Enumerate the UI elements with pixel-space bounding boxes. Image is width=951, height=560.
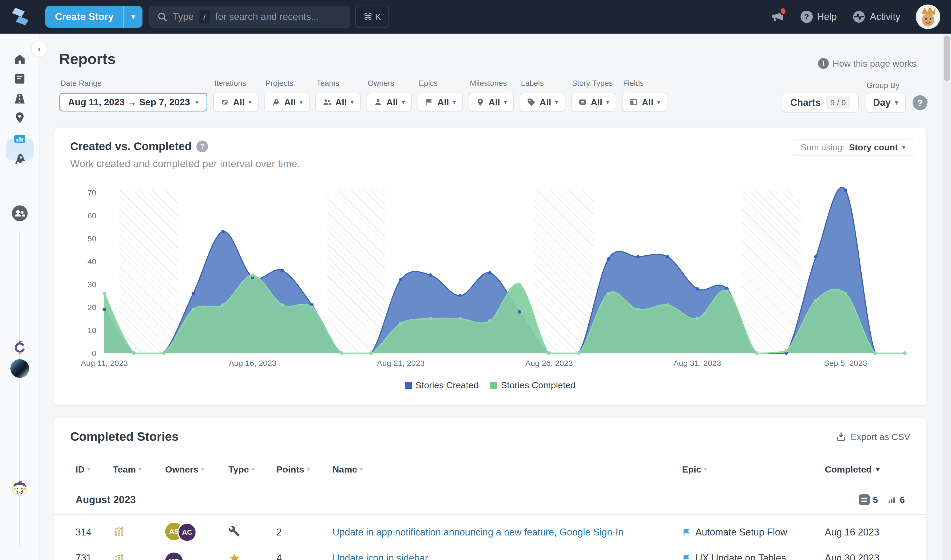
owner-avatar[interactable]: AC	[177, 523, 197, 542]
navbar-right-group: ? Help Activity	[770, 0, 940, 34]
story-type-icon	[578, 98, 587, 107]
sidebar-expand-button[interactable]: ›	[31, 40, 48, 57]
cell-owners: AS AC	[165, 523, 228, 542]
home-icon[interactable]	[13, 52, 27, 66]
story-types-filter-group: Story TypesAll▾	[571, 79, 617, 111]
group-story-count: 5	[859, 494, 878, 505]
teams-icon[interactable]	[11, 205, 28, 222]
group-by-label: Group By	[867, 81, 900, 90]
column-header-team[interactable]: Team▾	[113, 464, 165, 475]
cell-id: 314	[76, 527, 113, 538]
column-header-points[interactable]: Points▾	[276, 464, 333, 475]
date-range-filter-button[interactable]: Aug 11, 2023 → Sep 7, 2023 ▾	[59, 93, 207, 111]
legend-item[interactable]: Stories Completed	[490, 380, 576, 391]
projects-icon[interactable]	[13, 152, 27, 166]
rocket-icon	[271, 98, 281, 107]
reports-icon[interactable]	[12, 132, 27, 146]
how-this-page-works-link[interactable]: i How this page works	[818, 58, 916, 69]
chart-subtitle: Work created and completed per interval …	[70, 158, 300, 169]
search-placeholder-suffix: for search and recents...	[215, 11, 319, 22]
table-row[interactable]: 314 AS AC 2 Update in app notification a	[54, 514, 926, 550]
search-icon	[157, 11, 168, 22]
activity-button[interactable]: Activity	[852, 10, 900, 23]
scrollbar-thumb[interactable]	[944, 36, 950, 81]
fields-label: Fields	[623, 79, 644, 88]
column-header-type[interactable]: Type▾	[228, 464, 276, 475]
teams-filter-button[interactable]: All▾	[315, 93, 361, 111]
points-bars-icon	[887, 495, 897, 505]
labels-label: Labels	[521, 79, 544, 88]
group-by-select[interactable]: Day ▾	[866, 93, 906, 112]
announcements-button[interactable]	[770, 9, 785, 24]
completed-stories-card: Completed Stories Export as CSV ID▾ Team…	[54, 417, 926, 560]
column-header-completed[interactable]: Completed▼	[825, 464, 905, 475]
sort-icon: ▾	[307, 466, 310, 473]
shortcut-logo-icon[interactable]	[10, 6, 31, 27]
sort-icon: ▾	[87, 466, 90, 473]
info-icon: i	[818, 58, 829, 69]
svg-text:Aug 16, 2023: Aug 16, 2023	[229, 358, 276, 368]
story-types-label: Story Types	[572, 79, 613, 88]
chart-legend: Stories CreatedStories Completed	[54, 380, 926, 391]
create-story-dropdown-button[interactable]: ▼	[124, 6, 142, 28]
iterations-label: Iterations	[214, 79, 246, 88]
story-link[interactable]: Update in app notification announcing a …	[333, 527, 624, 538]
docs-icon[interactable]	[13, 72, 27, 86]
svg-text:60: 60	[88, 211, 96, 220]
activity-label: Activity	[870, 11, 900, 22]
epics-filter-button[interactable]: All▾	[418, 93, 463, 111]
chevron-down-icon: ▾	[299, 98, 303, 106]
owner-avatar[interactable]: MD	[165, 552, 183, 560]
keyboard-shortcut-badge[interactable]: ⌘ K	[355, 6, 389, 28]
iterations-filter-button[interactable]: All▾	[213, 93, 259, 111]
charts-selector-button[interactable]: Charts 9 / 9	[782, 93, 859, 112]
onboarding-mascot-icon[interactable]	[11, 480, 28, 497]
iterations-icon	[220, 98, 229, 107]
help-button[interactable]: ? Help	[800, 11, 837, 23]
cell-team	[113, 525, 165, 540]
export-csv-button[interactable]: Export as CSV	[836, 431, 910, 442]
story-types-filter-button[interactable]: All▾	[571, 93, 617, 111]
labels-filter-button[interactable]: All▾	[520, 93, 565, 111]
story-link[interactable]: Update icon in sidebar	[333, 552, 428, 560]
column-header-epic[interactable]: Epic▾	[682, 464, 825, 475]
column-header-owners[interactable]: Owners▾	[165, 464, 228, 475]
user-avatar[interactable]	[916, 5, 940, 29]
date-range-label: Date Range	[60, 79, 102, 88]
feature-star-icon	[228, 552, 241, 560]
sum-using-select[interactable]: Sum using: Story count ▾	[793, 139, 913, 156]
download-icon	[836, 431, 846, 442]
chevron-down-icon: ▾	[351, 98, 354, 106]
fields-filter-button[interactable]: All▾	[622, 93, 667, 111]
chevron-down-icon: ▾	[555, 98, 558, 106]
cell-type	[228, 525, 276, 540]
column-header-name[interactable]: Name▾	[333, 464, 682, 475]
search-input[interactable]: Type / for search and recents...	[150, 6, 350, 28]
workspace-mascot-icon[interactable]	[11, 339, 28, 356]
date-range-filter-group: Date Range Aug 11, 2023 → Sep 7, 2023 ▾	[59, 79, 207, 111]
chart-help-icon[interactable]: ?	[196, 140, 208, 152]
svg-text:0: 0	[92, 349, 96, 358]
projects-filter-button[interactable]: All▾	[264, 93, 310, 111]
flag-icon	[425, 98, 434, 107]
help-label: Help	[817, 11, 837, 22]
main-content: Reports i How this page works Date Range…	[40, 34, 951, 560]
member-avatar[interactable]	[11, 359, 29, 378]
created-vs-completed-card: Created vs. Completed ? Work created and…	[54, 128, 926, 405]
roadmap-icon[interactable]	[13, 92, 27, 106]
owners-filter-button[interactable]: All▾	[367, 93, 412, 111]
create-story-button[interactable]: Create Story	[45, 6, 124, 28]
scrollbar-track[interactable]	[943, 34, 951, 560]
column-header-id[interactable]: ID▾	[76, 464, 113, 475]
cell-team	[113, 552, 165, 560]
table-row[interactable]: 731 MD 4 Update icon in sidebar	[54, 550, 926, 560]
create-story-split-button: Create Story ▼	[45, 6, 142, 28]
cell-completed: Aug 30 2023	[825, 552, 905, 560]
milestones-icon[interactable]	[13, 111, 26, 124]
group-by-help-button[interactable]: ?	[912, 95, 928, 110]
created-vs-completed-chart: 010203040506070Aug 11, 2023Aug 16, 2023A…	[65, 186, 916, 373]
cell-name: Update in app notification announcing a …	[333, 527, 682, 538]
svg-text:30: 30	[88, 280, 96, 289]
milestones-filter-button[interactable]: All▾	[469, 93, 514, 111]
legend-item[interactable]: Stories Created	[405, 380, 478, 391]
